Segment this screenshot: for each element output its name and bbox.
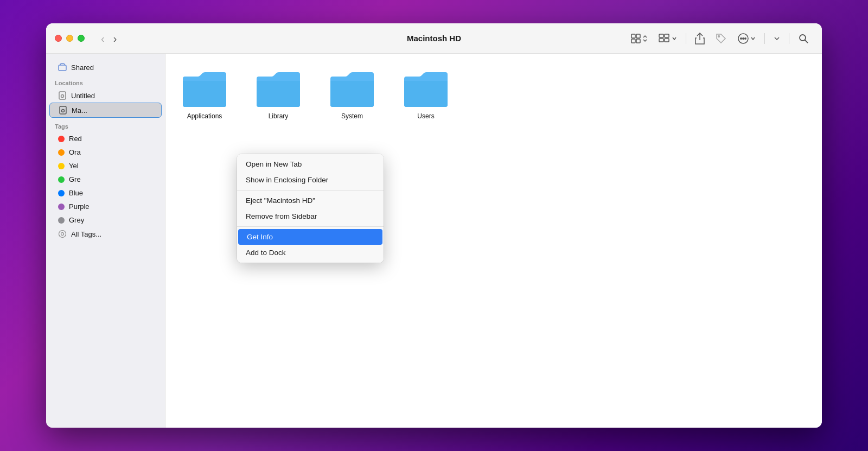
svg-rect-16 xyxy=(59,92,66,99)
grid-view-icon xyxy=(630,33,641,44)
more-icon xyxy=(737,33,749,45)
svg-rect-4 xyxy=(659,34,663,37)
sidebar-item-orange[interactable]: Ora xyxy=(49,145,162,159)
svg-rect-2 xyxy=(631,39,635,43)
cm-separator-2 xyxy=(237,226,384,227)
folder-label-system: System xyxy=(341,112,363,120)
red-tag-label: Red xyxy=(69,135,82,143)
blue-tag-label: Blue xyxy=(69,189,83,197)
macintosh-label: Ma... xyxy=(72,106,87,115)
sidebar-item-macintosh[interactable]: Ma... xyxy=(49,103,162,118)
untitled-icon xyxy=(58,91,67,100)
dropdown-button[interactable] xyxy=(769,33,784,45)
shared-icon xyxy=(58,63,67,72)
nav-buttons: ‹ › xyxy=(98,31,120,46)
toolbar-separator-3 xyxy=(789,33,789,44)
sidebar-item-blue[interactable]: Blue xyxy=(49,186,162,200)
svg-point-13 xyxy=(800,35,806,41)
folder-item-library[interactable]: Library xyxy=(252,67,304,124)
more-button[interactable] xyxy=(733,30,760,47)
svg-point-20 xyxy=(59,231,66,238)
window-body: Shared Locations Untitled Ma... Tags xyxy=(46,54,822,428)
folder-icon-applications xyxy=(183,71,226,108)
minimize-button[interactable] xyxy=(66,35,73,42)
locations-section: Locations xyxy=(46,74,165,88)
red-tag-dot xyxy=(58,136,65,142)
svg-rect-6 xyxy=(665,34,669,37)
sidebar-item-grey[interactable]: Grey xyxy=(49,213,162,227)
purple-tag-label: Purple xyxy=(69,202,90,211)
toolbar-separator xyxy=(686,33,686,44)
green-tag-dot xyxy=(58,176,65,183)
share-button[interactable] xyxy=(691,30,709,47)
back-button[interactable]: ‹ xyxy=(98,31,108,46)
titlebar: ‹ › Macintosh HD xyxy=(46,23,822,54)
toolbar-separator-2 xyxy=(764,33,765,44)
folder-item-applications[interactable]: Applications xyxy=(178,67,231,124)
blue-tag-dot xyxy=(58,190,65,196)
svg-rect-18 xyxy=(60,106,66,114)
svg-point-8 xyxy=(718,35,720,37)
svg-point-17 xyxy=(61,95,64,98)
maximize-button[interactable] xyxy=(78,35,85,42)
cm-item-open-new-tab[interactable]: Open in New Tab xyxy=(237,156,384,172)
all-tags-icon xyxy=(58,230,67,238)
cm-item-add-to-dock[interactable]: Add to Dock xyxy=(237,245,384,261)
folder-icon-system xyxy=(330,71,374,108)
dropdown-chevron-icon xyxy=(774,35,780,42)
grey-tag-label: Grey xyxy=(69,216,84,224)
search-button[interactable] xyxy=(794,30,813,47)
toolbar-right xyxy=(626,30,813,47)
sidebar: Shared Locations Untitled Ma... Tags xyxy=(46,54,165,428)
sidebar-item-all-tags[interactable]: All Tags... xyxy=(49,227,162,241)
cm-item-get-info[interactable]: Get Info xyxy=(238,229,382,245)
folder-item-system[interactable]: System xyxy=(326,67,378,124)
grey-tag-dot xyxy=(58,217,65,224)
grid-view-button[interactable] xyxy=(626,30,652,47)
yellow-tag-dot xyxy=(58,163,65,169)
tag-icon xyxy=(716,33,726,44)
cm-item-eject[interactable]: Eject "Macintosh HD" xyxy=(237,193,384,208)
traffic-lights xyxy=(55,35,85,42)
svg-rect-0 xyxy=(631,34,635,38)
svg-rect-15 xyxy=(59,65,66,71)
all-tags-label: All Tags... xyxy=(71,230,101,238)
window-title: Macintosh HD xyxy=(407,34,461,43)
tag-button[interactable] xyxy=(711,30,731,47)
forward-button[interactable]: › xyxy=(110,31,120,46)
yellow-tag-label: Yel xyxy=(69,162,79,170)
folder-label-applications: Applications xyxy=(187,112,222,120)
svg-point-19 xyxy=(62,110,65,112)
cm-item-remove-sidebar[interactable]: Remove from Sidebar xyxy=(237,208,384,224)
search-icon xyxy=(798,33,809,44)
sidebar-item-purple[interactable]: Purple xyxy=(49,200,162,213)
sidebar-item-shared[interactable]: Shared xyxy=(49,60,162,74)
cm-separator-1 xyxy=(237,190,384,190)
sidebar-item-yellow[interactable]: Yel xyxy=(49,159,162,173)
sidebar-item-untitled[interactable]: Untitled xyxy=(49,88,162,103)
group-view-button[interactable] xyxy=(654,31,681,46)
svg-rect-7 xyxy=(665,39,669,42)
close-button[interactable] xyxy=(55,35,62,42)
group-icon xyxy=(659,34,671,43)
green-tag-label: Gre xyxy=(69,175,81,183)
sidebar-item-red[interactable]: Red xyxy=(49,132,162,145)
finder-window: ‹ › Macintosh HD xyxy=(46,23,822,428)
main-content: Applications Library System xyxy=(165,54,822,428)
svg-line-14 xyxy=(805,40,808,43)
context-menu: Open in New Tab Show in Enclosing Folder… xyxy=(237,154,384,263)
orange-tag-dot xyxy=(58,149,65,156)
cm-item-show-enclosing[interactable]: Show in Enclosing Folder xyxy=(237,172,384,188)
svg-rect-5 xyxy=(659,39,663,42)
folder-label-users: Users xyxy=(417,112,434,120)
more-chevron-icon xyxy=(750,36,756,41)
shared-label: Shared xyxy=(71,63,94,72)
folder-item-users[interactable]: Users xyxy=(400,67,452,124)
svg-rect-1 xyxy=(636,34,640,38)
svg-rect-3 xyxy=(636,39,640,43)
svg-point-21 xyxy=(61,233,64,236)
tags-section: Tags xyxy=(46,118,165,132)
svg-point-10 xyxy=(741,37,742,39)
sidebar-item-green[interactable]: Gre xyxy=(49,173,162,186)
svg-point-12 xyxy=(745,37,746,39)
